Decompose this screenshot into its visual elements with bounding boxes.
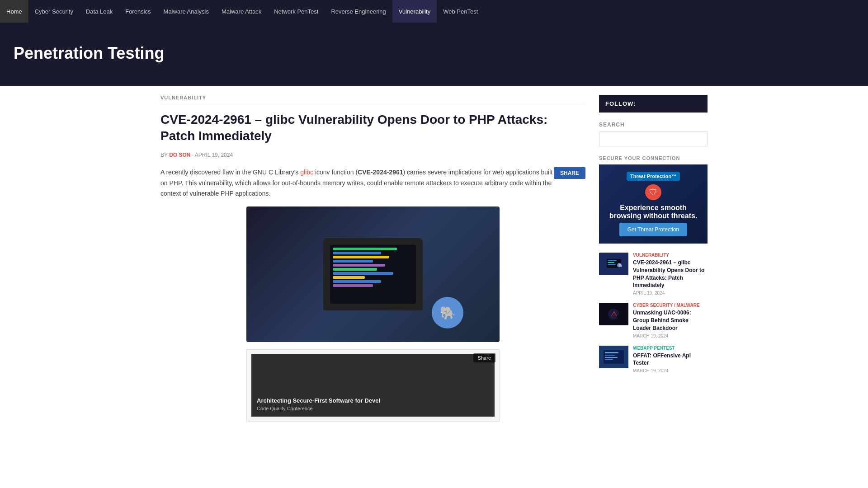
svg-rect-3 <box>608 262 614 263</box>
article-body: A recently discovered flaw in the GNU C … <box>160 167 585 199</box>
nav-home[interactable]: Home <box>0 0 28 23</box>
related-thumb-3 <box>599 346 628 368</box>
content-area: VULNERABILITY CVE-2024-2961 – glibc Vuln… <box>160 95 585 426</box>
ad-logo: Threat Protection™ <box>627 172 680 181</box>
follow-section: FOLLOW: <box>599 95 708 113</box>
search-box: SEARCH <box>599 122 708 146</box>
svg-text:🐘: 🐘 <box>618 263 623 267</box>
nav-vulnerability[interactable]: Vulnerability <box>392 0 437 23</box>
code-line-6 <box>333 268 377 271</box>
article-paragraph-1: A recently discovered flaw in the GNU C … <box>160 167 585 199</box>
svg-rect-15 <box>605 359 613 360</box>
code-line-2 <box>333 252 381 254</box>
svg-rect-13 <box>605 355 615 356</box>
search-label: SEARCH <box>599 122 708 128</box>
svg-text:⚠: ⚠ <box>611 310 617 318</box>
related-content-3: WEBAPP PENTEST OFFAT: OFFensive Api Test… <box>633 346 708 374</box>
related-thumb-3-img <box>599 346 628 368</box>
nav-cyber-security[interactable]: Cyber Security <box>28 0 80 23</box>
related-category-2: CYBER SECURITY / MALWARE <box>633 303 708 308</box>
related-title-1[interactable]: CVE-2024-2961 – glibc Vulnerability Open… <box>633 259 708 289</box>
related-content-1: VULNERABILITY CVE-2024-2961 – glibc Vuln… <box>633 253 708 296</box>
share-button[interactable]: SHARE <box>554 167 585 179</box>
related-thumb-1-img: 🐘 <box>605 257 623 271</box>
related-content-2: CYBER SECURITY / MALWARE Unmasking UAC-0… <box>633 303 708 338</box>
main-wrapper: VULNERABILITY CVE-2024-2961 – glibc Vuln… <box>154 86 714 435</box>
php-elephant-icon: 🐘 <box>432 297 463 328</box>
article-category: VULNERABILITY <box>160 95 585 104</box>
site-title: Penetration Testing <box>14 44 164 63</box>
nav-forensics[interactable]: Forensics <box>119 0 157 23</box>
related-articles-section: 🐘 VULNERABILITY CVE-2024-2961 – glibc Vu… <box>599 253 708 373</box>
nav-reverse-engineering[interactable]: Reverse Engineering <box>325 0 392 23</box>
ad-logo-text: Threat Protection™ <box>630 174 676 179</box>
svg-rect-14 <box>605 357 618 358</box>
glibc-link[interactable]: glibc <box>300 169 313 176</box>
related-title-3[interactable]: OFFAT: OFFensive Api Tester <box>633 352 708 367</box>
code-line-4 <box>333 260 373 263</box>
video-inner: Architecting Secure-First Software for D… <box>251 354 495 417</box>
nav-data-leak[interactable]: Data Leak <box>80 0 119 23</box>
secure-label: Secure Your Connection <box>599 155 708 161</box>
code-line-7 <box>333 272 393 275</box>
secure-connection-section: Secure Your Connection Threat Protection… <box>599 155 708 244</box>
related-date-1: APRIL 19, 2024 <box>633 291 708 296</box>
ad-cta-button[interactable]: Get Threat Protection <box>619 223 688 236</box>
article-image: 🐘 <box>246 206 500 342</box>
related-article-2: ⚠ CYBER SECURITY / MALWARE Unmasking UAC… <box>599 303 708 338</box>
nav-network-pentest[interactable]: Network PenTest <box>268 0 325 23</box>
svg-rect-12 <box>605 352 618 353</box>
related-date-2: MARCH 19, 2024 <box>633 333 708 338</box>
code-line-3 <box>333 256 389 258</box>
code-line-9 <box>333 280 381 283</box>
related-thumb-2-img: ⚠ <box>599 303 628 325</box>
shield-icon: 🛡 <box>645 184 661 200</box>
related-date-3: MARCH 19, 2024 <box>633 368 708 373</box>
related-category-3: WEBAPP PENTEST <box>633 346 708 351</box>
article-title: CVE-2024-2961 – glibc Vulnerability Open… <box>160 112 585 145</box>
laptop-screen <box>330 245 416 304</box>
follow-label: FOLLOW: <box>605 100 701 107</box>
main-nav: Home Cyber Security Data Leak Forensics … <box>0 0 868 23</box>
code-line-8 <box>333 276 365 279</box>
article-meta: BY DO SON · APRIL 19, 2024 <box>160 152 585 158</box>
video-subtitle: Code Quality Conference <box>257 406 489 411</box>
laptop-graphic <box>323 238 423 310</box>
code-line-10 <box>333 284 373 287</box>
site-header: Penetration Testing <box>0 23 868 86</box>
sidebar: FOLLOW: SEARCH Secure Your Connection Th… <box>599 95 708 426</box>
related-title-2[interactable]: Unmasking UAC-0006: Group Behind Smoke L… <box>633 309 708 332</box>
related-article-3: WEBAPP PENTEST OFFAT: OFFensive Api Test… <box>599 346 708 374</box>
ad-banner: Threat Protection™ 🛡 Experience smooth b… <box>599 164 708 244</box>
nav-malware-analysis[interactable]: Malware Analysis <box>157 0 215 23</box>
nav-malware-attack[interactable]: Malware Attack <box>215 0 268 23</box>
code-line-5 <box>333 264 385 267</box>
ad-headline: Experience smooth browsing without threa… <box>606 204 700 220</box>
video-share-button[interactable]: Share <box>473 353 495 362</box>
video-embed: Architecting Secure-First Software for D… <box>246 349 500 422</box>
related-article-1: 🐘 VULNERABILITY CVE-2024-2961 – glibc Vu… <box>599 253 708 296</box>
svg-rect-2 <box>608 260 617 261</box>
article-date: APRIL 19, 2024 <box>195 152 233 158</box>
svg-rect-4 <box>608 264 616 265</box>
author-link[interactable]: DO SON <box>169 152 190 158</box>
related-thumb-2: ⚠ <box>599 303 628 325</box>
search-input[interactable] <box>599 131 708 146</box>
code-line-1 <box>333 248 397 250</box>
related-category-1: VULNERABILITY <box>633 253 708 258</box>
related-thumb-1: 🐘 <box>599 253 628 275</box>
nav-web-pentest[interactable]: Web PenTest <box>437 0 484 23</box>
video-title: Architecting Secure-First Software for D… <box>257 397 489 404</box>
